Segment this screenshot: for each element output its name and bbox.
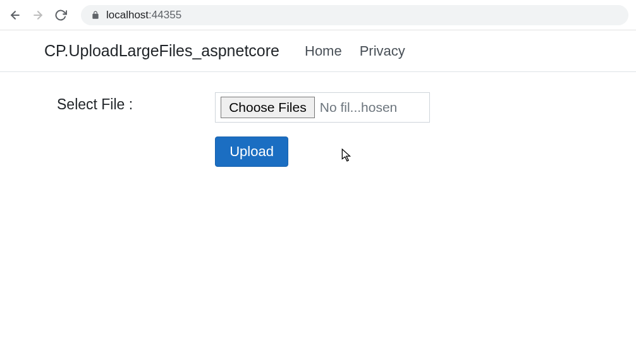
upload-button[interactable]: Upload xyxy=(215,136,288,167)
file-input[interactable]: Choose Files No fil...hosen xyxy=(215,92,430,123)
lock-icon xyxy=(91,11,100,20)
form-row: Select File : Choose Files No fil...hose… xyxy=(44,92,592,167)
back-icon[interactable] xyxy=(8,8,23,23)
navbar: CP.UploadLargeFiles_aspnetcore Home Priv… xyxy=(0,30,636,72)
reload-icon[interactable] xyxy=(53,8,68,23)
url-text: localhost:44355 xyxy=(106,9,181,21)
brand-title[interactable]: CP.UploadLargeFiles_aspnetcore xyxy=(44,42,279,60)
select-file-label: Select File : xyxy=(57,92,133,113)
browser-toolbar: localhost:44355 xyxy=(0,0,636,30)
main-content: Select File : Choose Files No fil...hose… xyxy=(0,72,636,187)
choose-files-button[interactable]: Choose Files xyxy=(221,97,315,118)
nav-link-home[interactable]: Home xyxy=(305,43,342,59)
file-status-text: No fil...hosen xyxy=(315,100,398,115)
nav-link-privacy[interactable]: Privacy xyxy=(360,43,405,59)
file-input-wrapper: Choose Files No fil...hosen Upload xyxy=(215,92,430,167)
forward-icon[interactable] xyxy=(30,8,46,23)
address-bar[interactable]: localhost:44355 xyxy=(81,5,628,25)
nav-links: Home Privacy xyxy=(305,43,405,59)
